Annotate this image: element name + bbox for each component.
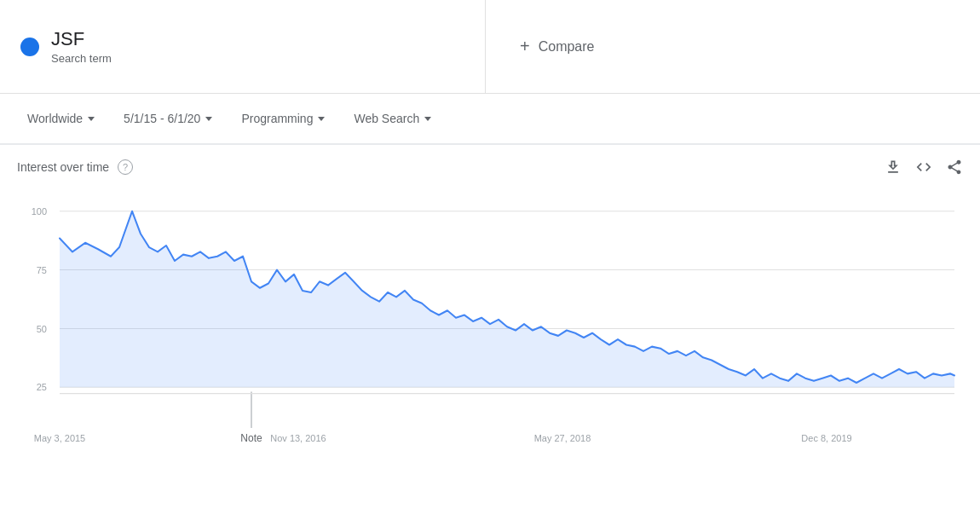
svg-text:25: 25 [37, 382, 47, 392]
chart-header: Interest over time ? [17, 159, 963, 176]
region-filter[interactable]: Worldwide [17, 105, 105, 132]
header: JSF Search term + Compare [0, 0, 980, 94]
trend-chart: 100 75 50 25 May 3, 2015 Nov 13, 2016 Ma… [17, 184, 963, 491]
date-chevron-icon [205, 117, 212, 121]
chart-title: Interest over time [17, 160, 109, 174]
compare-button[interactable]: + Compare [520, 37, 595, 56]
compare-box: + Compare [486, 0, 980, 93]
term-label: Search term [51, 52, 112, 65]
term-text: JSF Search term [51, 28, 112, 65]
chart-container: 100 75 50 25 May 3, 2015 Nov 13, 2016 Ma… [17, 184, 963, 491]
category-chevron-icon [318, 117, 325, 121]
svg-text:50: 50 [37, 323, 47, 333]
help-icon[interactable]: ? [118, 159, 133, 175]
compare-plus-icon: + [520, 37, 530, 56]
search-term-dot [20, 38, 39, 56]
embed-icon[interactable] [915, 159, 932, 176]
category-filter[interactable]: Programming [231, 105, 335, 132]
date-label: 5/1/15 - 6/1/20 [124, 112, 200, 125]
svg-text:May 3, 2015: May 3, 2015 [34, 432, 85, 442]
svg-text:75: 75 [37, 265, 47, 275]
search-term-box: JSF Search term [0, 0, 486, 93]
svg-text:100: 100 [32, 206, 47, 217]
svg-text:May 27, 2018: May 27, 2018 [534, 432, 591, 442]
search-type-filter[interactable]: Web Search [343, 105, 441, 132]
search-type-label: Web Search [354, 112, 419, 125]
chart-actions [885, 159, 963, 176]
chart-title-group: Interest over time ? [17, 159, 133, 175]
region-label: Worldwide [27, 112, 83, 125]
svg-text:Dec 8, 2019: Dec 8, 2019 [801, 432, 851, 442]
svg-text:Note: Note [240, 431, 262, 443]
term-name: JSF [51, 28, 112, 50]
help-icon-label: ? [123, 162, 128, 172]
date-filter[interactable]: 5/1/15 - 6/1/20 [113, 105, 222, 132]
share-icon[interactable] [946, 159, 963, 176]
region-chevron-icon [88, 117, 95, 121]
search-type-chevron-icon [424, 117, 431, 121]
svg-text:Nov 13, 2016: Nov 13, 2016 [270, 432, 326, 442]
category-label: Programming [241, 112, 313, 125]
compare-label: Compare [539, 39, 595, 55]
download-icon[interactable] [885, 159, 902, 176]
chart-section: Interest over time ? 100 [0, 145, 980, 491]
filters-bar: Worldwide 5/1/15 - 6/1/20 Programming We… [0, 94, 980, 145]
